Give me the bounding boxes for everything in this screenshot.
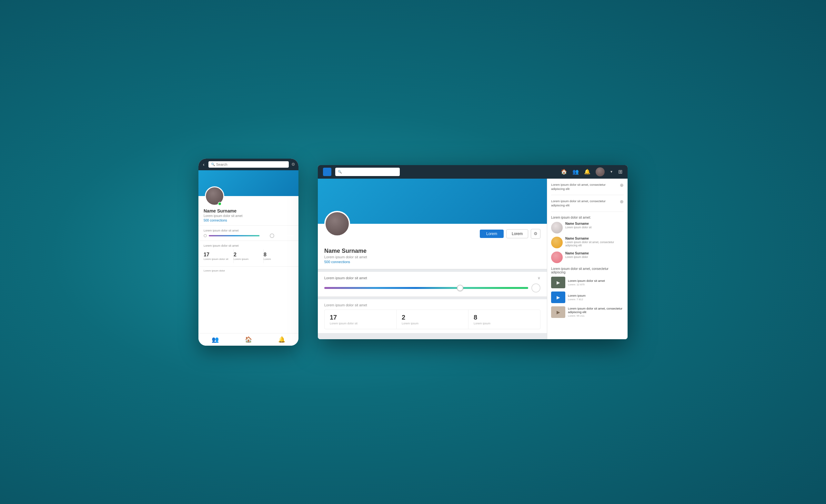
sidebar-video-2-info: Lorem ipsum Lorem: 7 812 [568, 294, 586, 301]
sidebar-add-icon-1[interactable]: ⊕ [620, 183, 624, 188]
mobile-stats-section: Lorem ipsum dolor sit amet 17 Lorem ipsu… [198, 241, 298, 267]
desktop-progress-thumb[interactable] [457, 285, 463, 291]
mobile-back-button[interactable]: ‹ [202, 161, 206, 168]
sidebar-person-1-name: Name Surname [565, 222, 591, 226]
mobile-stat-2: 2 Lorem ipsum [234, 249, 263, 263]
mobile-slider-section: Lorem ipsum dolor sit amet [198, 226, 298, 241]
mobile-nav-home-icon: 🏠 [245, 336, 252, 343]
desktop-progress-chevron[interactable]: ∨ [538, 276, 540, 280]
sidebar-video-3-meta: Lorem: 55 211 [568, 314, 624, 317]
browser-search-input[interactable] [343, 170, 397, 174]
desktop-btn-secondary[interactable]: Lorem [506, 229, 528, 238]
sidebar-video-2-title: Lorem ipsum [568, 294, 586, 297]
browser-home-icon[interactable]: 🏠 [561, 169, 567, 175]
desktop-profile-avatar [324, 211, 350, 237]
mobile-nav-people[interactable]: 👥 [198, 336, 232, 343]
mobile-online-indicator [218, 202, 222, 206]
desktop-stat-3-number: 8 [474, 314, 535, 321]
sidebar-person-2-info: Name Surname Lorem ipsum dolor sit amet,… [565, 237, 624, 247]
mobile-bottom-label: Lorem ipsum dolor [198, 267, 298, 273]
mobile-search-input[interactable] [216, 163, 286, 167]
mobile-nav-bell-icon: 🔔 [278, 336, 285, 343]
mobile-cover-photo [198, 170, 298, 196]
desktop-progress-bar-container [324, 284, 540, 293]
mobile-slider-track[interactable] [209, 235, 293, 236]
desktop-stat-1: 17 Lorem ipsum dolor sit [324, 310, 397, 329]
mobile-connections-link[interactable]: 500 connections [203, 218, 293, 222]
mobile-stat-2-label: Lorem ipsum [234, 258, 263, 260]
sidebar-video-3-play-icon: ▶ [556, 310, 560, 315]
desktop-stats-section: Lorem ipsum dolor sit amet 17 Lorem ipsu… [318, 299, 547, 333]
desktop-stat-2-label: Lorem ipsum [402, 322, 463, 325]
desktop-sidebar: Lorem ipsum dolor sit amet, consectetur … [547, 179, 628, 339]
sidebar-person-3-bio: Lorem ipsum dolor [565, 255, 589, 259]
desktop-profile-actions: Lorem Lorem ⚙ [324, 229, 540, 239]
desktop-settings-button[interactable]: ⚙ [531, 229, 540, 239]
mobile-stat-3-number: 8 [263, 252, 293, 258]
sidebar-video-3-thumb: ▶ [551, 306, 565, 318]
sidebar-text-1: Lorem ipsum dolor sit amet, consectetur … [551, 183, 617, 191]
desktop-cover-photo [318, 179, 547, 224]
mobile-topbar: ‹ 🔍 ⚙ [198, 159, 298, 170]
browser-people-icon[interactable]: 👥 [572, 169, 579, 175]
mobile-search-icon: 🔍 [211, 163, 215, 166]
desktop-connections-link[interactable]: 500 connections [324, 260, 540, 264]
browser-bell-icon[interactable]: 🔔 [584, 169, 590, 175]
desktop-stat-1-label: Lorem ipsum dolor sit [330, 322, 391, 325]
mobile-stat-1-number: 17 [203, 252, 233, 258]
mobile-slider-thumb[interactable] [270, 234, 274, 238]
desktop-progress-header: Lorem ipsum dolor sit amet ∨ [324, 276, 540, 280]
desktop-stats-label: Lorem ipsum dolor sit amet [324, 303, 540, 307]
desktop-progress-track[interactable] [324, 287, 528, 289]
sidebar-person-1-avatar [551, 222, 563, 234]
sidebar-person-3-name: Name Surname [565, 252, 589, 255]
sidebar-person-2-avatar [551, 237, 563, 248]
sidebar-person-1-bio: Lorem ipsum dolor sit [565, 226, 591, 229]
sidebar-person-3-info: Name Surname Lorem ipsum dolor [565, 252, 589, 259]
sidebar-video-2-meta: Lorem: 7 812 [568, 298, 586, 301]
mobile-profile-name: Name Surname [203, 208, 293, 213]
mobile-gear-icon[interactable]: ⚙ [291, 162, 295, 167]
desktop-progress-label: Lorem ipsum dolor sit amet [324, 276, 367, 280]
browser-avatar-dropdown-icon[interactable]: ▼ [610, 170, 613, 174]
desktop-profile-details: Name Surname Lorem ipsum dolor sit amet … [324, 248, 540, 264]
sidebar-person-3-avatar [551, 252, 563, 263]
mobile-stat-1-label: Lorem ipsum dolor sit [203, 258, 233, 260]
mobile-slider-label: Lorem ipsum dolor sit amet [203, 229, 293, 232]
sidebar-person-1-info: Name Surname Lorem ipsum dolor sit [565, 222, 591, 229]
browser-main: Lorem Lorem ⚙ Name Surname Lorem ipsum d… [318, 179, 547, 339]
desktop-btn-primary[interactable]: Lorem [480, 230, 504, 238]
sidebar-text-item-2: Lorem ipsum dolor sit amet, consectetur … [551, 199, 624, 212]
desktop-stat-3-label: Lorem ipsum [474, 322, 535, 325]
sidebar-video-1[interactable]: ▶ Lorem ipsum dolor sit amet Lorem: 12 8… [551, 277, 624, 288]
scene: ‹ 🔍 ⚙ Name Surname Lorem ipsum dolor sit… [173, 133, 653, 372]
mobile-search-bar[interactable]: 🔍 [209, 161, 289, 168]
browser-topbar: 🔍 🏠 👥 🔔 ▼ ⊞ [318, 165, 628, 179]
mobile-stat-3-label: Lorem [263, 258, 293, 260]
sidebar-video-3[interactable]: ▶ Lorem ipsum dolor sit amet, consectetu… [551, 306, 624, 318]
sidebar-video-2[interactable]: ▶ Lorem ipsum Lorem: 7 812 [551, 292, 624, 303]
browser-avatar[interactable] [596, 167, 605, 176]
mobile-slider-start [203, 234, 207, 237]
desktop-browser: 🔍 🏠 👥 🔔 ▼ ⊞ Lo [318, 165, 628, 339]
sidebar-text-2: Lorem ipsum dolor sit amet, consectetur … [551, 199, 617, 208]
desktop-profile-bio: Lorem ipsum dolor sit amet [324, 255, 540, 259]
sidebar-add-icon-2[interactable]: ⊕ [620, 199, 624, 204]
sidebar-person-1[interactable]: Name Surname Lorem ipsum dolor sit [551, 222, 624, 234]
browser-search-bar[interactable]: 🔍 [335, 168, 400, 176]
mobile-profile-info: Name Surname Lorem ipsum dolor sit amet … [198, 208, 298, 226]
desktop-progress-circle [531, 284, 540, 293]
sidebar-person-2[interactable]: Name Surname Lorem ipsum dolor sit amet,… [551, 237, 624, 248]
mobile-nav-home[interactable]: 🏠 [232, 336, 265, 343]
desktop-stat-3: 8 Lorem ipsum [469, 310, 540, 329]
browser-grid-icon[interactable]: ⊞ [618, 169, 623, 175]
sidebar-person-3[interactable]: Name Surname Lorem ipsum dolor [551, 252, 624, 263]
mobile-slider-container [203, 234, 293, 237]
desktop-progress-section: Lorem ipsum dolor sit amet ∨ [318, 272, 547, 297]
mobile-stat-1: 17 Lorem ipsum dolor sit [203, 249, 234, 263]
desktop-stat-2: 2 Lorem ipsum [397, 310, 469, 329]
mobile-stats-row: 17 Lorem ipsum dolor sit 2 Lorem ipsum 8… [203, 249, 293, 263]
sidebar-person-2-name: Name Surname [565, 237, 624, 240]
mobile-nav-bell[interactable]: 🔔 [265, 336, 298, 343]
sidebar-video-1-meta: Lorem: 12 875 [568, 283, 605, 286]
